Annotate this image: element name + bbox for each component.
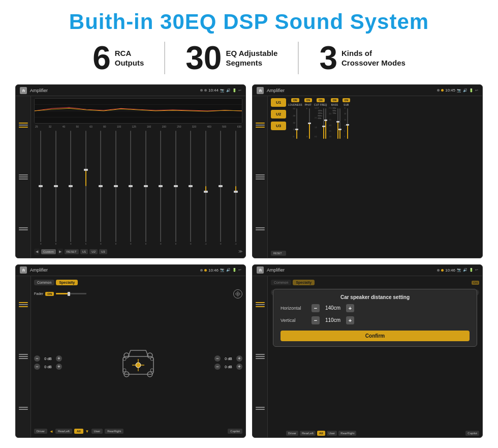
eq-slider-8[interactable]: 0 bbox=[139, 131, 153, 245]
bass-toggle[interactable]: ON bbox=[331, 98, 339, 102]
fader-rearright-btn[interactable]: RearRight bbox=[105, 429, 123, 434]
fader-driver-btn[interactable]: Driver bbox=[34, 429, 47, 434]
bass-slider[interactable] bbox=[337, 108, 338, 139]
horizontal-plus[interactable]: + bbox=[346, 304, 354, 312]
eq-slider-7[interactable]: 0 bbox=[124, 131, 138, 245]
left-rear-plus[interactable]: + bbox=[56, 364, 62, 370]
crossover-u1-btn[interactable]: U1 bbox=[271, 98, 286, 107]
eq-slider-10[interactable]: 0 bbox=[169, 131, 183, 245]
fader-sidebar bbox=[16, 276, 31, 437]
distance-rearright-btn[interactable]: RearRight bbox=[338, 431, 356, 436]
right-front-plus[interactable]: + bbox=[236, 355, 242, 362]
cutfreq-slider[interactable] bbox=[323, 108, 324, 139]
distance-back-icon[interactable]: ↩ bbox=[475, 268, 478, 272]
eq-custom-btn[interactable]: Custom bbox=[41, 249, 56, 254]
fader-tab-specialty[interactable]: Specialty bbox=[56, 280, 78, 285]
eq-slider-6[interactable]: 0 bbox=[109, 131, 123, 245]
fader-on-toggle[interactable]: ON bbox=[45, 292, 54, 296]
eq-slider-13[interactable]: 0 bbox=[214, 131, 228, 245]
fader-home-icon[interactable] bbox=[20, 266, 27, 274]
eq-slider-5[interactable]: 0 bbox=[94, 131, 108, 245]
eq-slider-9[interactable]: 0 bbox=[154, 131, 168, 245]
right-rear-minus[interactable]: − bbox=[214, 364, 221, 370]
distance-speaker-icon[interactable] bbox=[256, 405, 265, 412]
crossover-u3-btn[interactable]: U3 bbox=[271, 122, 286, 130]
down-arrow-icon: ▼ bbox=[85, 429, 89, 434]
crossover-eq-icon[interactable] bbox=[256, 122, 265, 129]
bass-slider2[interactable] bbox=[339, 108, 340, 139]
eq-slider-14[interactable]: -1 bbox=[229, 131, 243, 245]
distance-driver-btn[interactable]: Driver bbox=[286, 431, 298, 436]
horizontal-minus[interactable]: − bbox=[312, 304, 320, 312]
distance-eq-icon[interactable] bbox=[256, 301, 265, 308]
fader-rearleft-btn[interactable]: RearLeft bbox=[55, 429, 72, 434]
eq-slider-12[interactable]: -1 bbox=[199, 131, 213, 245]
eq-slider-1[interactable]: 0 bbox=[34, 131, 48, 245]
fader-tab-common[interactable]: Common bbox=[34, 280, 54, 285]
fader-eq-icon[interactable] bbox=[19, 301, 28, 308]
eq-next-btn[interactable]: ▶ bbox=[57, 249, 63, 255]
distance-camera-icon: 📷 bbox=[457, 268, 461, 272]
eq-u2-btn[interactable]: U2 bbox=[89, 249, 98, 254]
crossover-volume-icon: 🔊 bbox=[463, 88, 468, 93]
speaker-icon[interactable] bbox=[19, 225, 28, 232]
fader-user-btn[interactable]: User bbox=[91, 429, 103, 434]
crossover-speaker-icon[interactable] bbox=[256, 225, 265, 232]
crossover-home-icon[interactable] bbox=[257, 87, 264, 94]
eq-slider-3[interactable]: 0 bbox=[64, 131, 78, 245]
home-icon[interactable] bbox=[20, 87, 27, 94]
crossover-screen-content: U1 U2 U3 RESET ON LOUDNESS 64 bbox=[253, 96, 482, 257]
fader-slider[interactable] bbox=[56, 293, 86, 294]
left-front-minus[interactable]: − bbox=[34, 355, 40, 362]
loudness-slider[interactable] bbox=[296, 108, 297, 139]
eq-slider-11[interactable]: 0 bbox=[184, 131, 198, 245]
distance-all-btn[interactable]: All bbox=[317, 431, 325, 436]
sub-toggle[interactable]: ON bbox=[343, 98, 351, 102]
vertical-plus[interactable]: + bbox=[346, 316, 354, 324]
crossover-back-icon[interactable]: ↩ bbox=[475, 88, 478, 93]
crossover-battery-icon: 🔋 bbox=[469, 88, 474, 93]
horizontal-value: 140cm bbox=[323, 305, 343, 311]
back-icon[interactable]: ↩ bbox=[238, 88, 241, 93]
fader-all-btn[interactable]: All bbox=[74, 429, 83, 434]
vertical-minus[interactable]: − bbox=[312, 316, 320, 324]
distance-home-icon[interactable] bbox=[257, 266, 264, 274]
crossover-main-area: U1 U2 U3 RESET ON LOUDNESS 64 bbox=[268, 96, 482, 257]
crossover-reset-btn[interactable]: RESET bbox=[271, 251, 286, 256]
left-front-plus[interactable]: + bbox=[56, 355, 62, 362]
cutfreq-toggle[interactable]: ON bbox=[317, 98, 325, 102]
confirm-button[interactable]: Confirm bbox=[281, 331, 470, 341]
phat-slider[interactable] bbox=[309, 108, 310, 139]
left-front-db: 0 dB bbox=[42, 357, 54, 361]
distance-wave-icon[interactable] bbox=[256, 353, 265, 360]
crossover-u2-btn[interactable]: U2 bbox=[271, 110, 286, 118]
settings-icon[interactable] bbox=[233, 289, 242, 298]
phat-toggle[interactable]: ON bbox=[304, 98, 313, 102]
fader-speaker-icon[interactable] bbox=[19, 405, 28, 412]
sub-slider[interactable] bbox=[347, 108, 348, 139]
eq-prev-btn[interactable]: ◀ bbox=[34, 249, 40, 255]
left-rear-minus[interactable]: − bbox=[34, 364, 40, 370]
eq-u3-btn[interactable]: U3 bbox=[99, 249, 107, 254]
fader-wave-icon[interactable] bbox=[19, 353, 28, 360]
fader-copilot-btn[interactable]: Copilot bbox=[228, 429, 242, 434]
eq-u1-btn[interactable]: U1 bbox=[80, 249, 88, 254]
eq-icon[interactable] bbox=[19, 122, 28, 129]
right-front-minus[interactable]: − bbox=[214, 355, 221, 362]
fader-back-icon[interactable]: ↩ bbox=[238, 268, 241, 272]
eq-reset-btn[interactable]: RESET bbox=[65, 249, 79, 254]
wave-icon[interactable] bbox=[19, 173, 28, 181]
eq-slider-2[interactable]: 0 bbox=[49, 131, 63, 245]
right-rear-plus[interactable]: + bbox=[236, 364, 242, 370]
distance-rearleft-btn[interactable]: RearLeft bbox=[300, 431, 316, 436]
loudness-toggle[interactable]: ON bbox=[291, 98, 299, 102]
eq-slider-4[interactable]: 5 bbox=[79, 131, 93, 245]
cutfreq-slider2[interactable] bbox=[325, 108, 326, 139]
distance-copilot-btn[interactable]: Copilot bbox=[465, 431, 479, 436]
right-vol-controls: − 0 dB + − 0 dB + bbox=[214, 355, 242, 370]
distance-user-btn[interactable]: User bbox=[327, 431, 337, 436]
distance-status-icons: 10:46 📷 🔊 🔋 ↩ bbox=[437, 268, 478, 273]
crossover-wave-icon[interactable] bbox=[256, 173, 265, 181]
eq-graph[interactable] bbox=[34, 98, 242, 124]
expand-icon[interactable]: ≫ bbox=[238, 249, 242, 254]
